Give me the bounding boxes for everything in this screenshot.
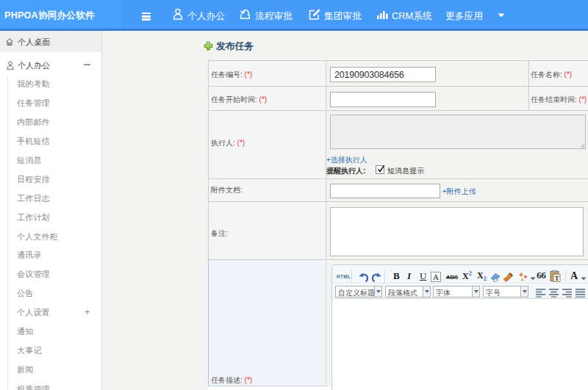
- svg-text:T: T: [555, 275, 559, 282]
